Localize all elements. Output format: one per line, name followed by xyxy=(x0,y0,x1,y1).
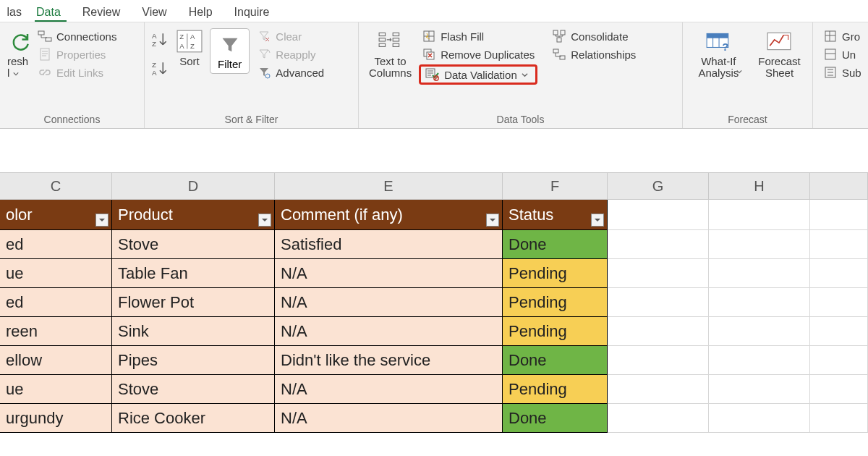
cell[interactable] xyxy=(608,259,709,287)
subtotal-button[interactable]: Sub xyxy=(820,64,864,80)
forecast-sheet-button[interactable]: Forecast Sheet xyxy=(755,27,803,80)
cell-color[interactable]: urgundy xyxy=(0,404,112,432)
tab-view[interactable]: View xyxy=(136,3,182,22)
cell-product[interactable]: Pipes xyxy=(112,346,275,374)
cell[interactable] xyxy=(810,230,868,258)
cell-status[interactable]: Pending xyxy=(503,259,608,287)
refresh-label-partial2: l xyxy=(7,67,9,79)
cell[interactable] xyxy=(709,317,810,345)
cell-comment[interactable]: N/A xyxy=(275,317,503,345)
cell[interactable] xyxy=(608,230,709,258)
edit-links-button[interactable]: Edit Links xyxy=(35,64,119,80)
cell-color[interactable]: ue xyxy=(0,259,112,287)
group-button[interactable]: Gro xyxy=(820,28,864,44)
cell[interactable] xyxy=(810,317,868,345)
forecast-sheet-icon xyxy=(766,28,792,54)
filter-dropdown-status[interactable] xyxy=(591,214,604,227)
table-header-row: olor Product Comment (if any) Status xyxy=(0,200,608,230)
cell[interactable] xyxy=(608,200,709,229)
cell-color[interactable]: ed xyxy=(0,230,112,258)
cell-status[interactable]: Pending xyxy=(503,317,608,345)
properties-button[interactable]: Properties xyxy=(35,46,119,62)
cell[interactable] xyxy=(810,288,868,316)
cell-product[interactable]: Sink xyxy=(112,317,275,345)
cell-status[interactable]: Done xyxy=(503,346,608,374)
tab-review[interactable]: Review xyxy=(77,3,136,22)
chevron-down-icon xyxy=(736,69,742,75)
col-header-f[interactable]: F xyxy=(503,173,608,199)
cell[interactable] xyxy=(810,259,868,287)
cell[interactable] xyxy=(608,346,709,374)
cell-product[interactable]: Rice Cooker xyxy=(112,404,275,432)
col-header-d[interactable]: D xyxy=(112,173,275,199)
connections-button[interactable]: Connections xyxy=(35,28,119,44)
cell-comment[interactable]: Satisfied xyxy=(275,230,503,258)
advanced-button[interactable]: Advanced xyxy=(254,64,327,80)
col-header-e[interactable]: E xyxy=(275,173,503,199)
cell[interactable] xyxy=(709,259,810,287)
sort-button[interactable]: ZAAZ Sort xyxy=(174,27,205,69)
cell-color[interactable]: ue xyxy=(0,375,112,403)
cell[interactable] xyxy=(709,346,810,374)
tab-formulas-partial[interactable]: las xyxy=(0,3,30,22)
refresh-all-button[interactable]: resh l xyxy=(7,27,30,80)
data-table: olor Product Comment (if any) Status edS… xyxy=(0,200,608,433)
sort-desc-button[interactable]: ZA xyxy=(152,60,169,79)
filter-dropdown-product[interactable] xyxy=(258,214,271,227)
reapply-button[interactable]: Reapply xyxy=(254,46,327,62)
cell[interactable] xyxy=(810,375,868,403)
cell[interactable] xyxy=(608,288,709,316)
header-status[interactable]: Status xyxy=(503,200,608,229)
whatif-analysis-button[interactable]: ? What-If Analysis xyxy=(692,27,745,76)
cell-color[interactable]: ellow xyxy=(0,346,112,374)
flash-fill-button[interactable]: Flash Fill xyxy=(419,28,537,44)
ungroup-button[interactable]: Un xyxy=(820,46,864,62)
col-header-c[interactable]: C xyxy=(0,173,112,199)
data-validation-button[interactable]: Data Validation xyxy=(424,68,529,81)
consolidate-button[interactable]: Consolidate xyxy=(549,28,639,44)
cell[interactable] xyxy=(810,404,868,432)
cell-status[interactable]: Done xyxy=(503,230,608,258)
relationships-button[interactable]: Relationships xyxy=(549,46,639,62)
cell-comment[interactable]: N/A xyxy=(275,375,503,403)
tab-data[interactable]: Data xyxy=(30,3,77,22)
cell[interactable] xyxy=(709,230,810,258)
cell[interactable] xyxy=(709,404,810,432)
cell-status[interactable]: Pending xyxy=(503,288,608,316)
filter-dropdown-comment[interactable] xyxy=(486,214,499,227)
cell-product[interactable]: Stove xyxy=(112,230,275,258)
cell-comment[interactable]: N/A xyxy=(275,404,503,432)
cell-comment[interactable]: N/A xyxy=(275,259,503,287)
cell[interactable] xyxy=(608,404,709,432)
cell-product[interactable]: Table Fan xyxy=(112,259,275,287)
cell[interactable] xyxy=(810,346,868,374)
cell[interactable] xyxy=(608,375,709,403)
cell[interactable] xyxy=(608,317,709,345)
clear-button[interactable]: Clear xyxy=(254,28,327,44)
cell[interactable] xyxy=(709,288,810,316)
cell[interactable] xyxy=(709,200,810,229)
tab-inquire[interactable]: Inquire xyxy=(229,3,286,22)
cell-status[interactable]: Pending xyxy=(503,375,608,403)
filter-dropdown-color[interactable] xyxy=(95,214,109,227)
header-color[interactable]: olor xyxy=(0,200,112,229)
text-to-columns-button[interactable]: Text to Columns xyxy=(366,27,414,80)
cell-comment[interactable]: Didn't like the service xyxy=(275,346,503,374)
filter-button[interactable]: Filter xyxy=(210,28,250,74)
cell[interactable] xyxy=(810,200,868,229)
tab-help[interactable]: Help xyxy=(183,3,229,22)
cell-status[interactable]: Done xyxy=(503,404,608,432)
col-header-h[interactable]: H xyxy=(709,173,810,199)
cell-color[interactable]: reen xyxy=(0,317,112,345)
cell-product[interactable]: Stove xyxy=(112,375,275,403)
cell[interactable] xyxy=(709,375,810,403)
header-comment[interactable]: Comment (if any) xyxy=(275,200,503,229)
sort-asc-button[interactable]: AZ xyxy=(152,31,169,50)
header-product[interactable]: Product xyxy=(112,200,275,229)
remove-duplicates-button[interactable]: Remove Duplicates xyxy=(419,46,537,62)
cell-product[interactable]: Flower Pot xyxy=(112,288,275,316)
cell-comment[interactable]: N/A xyxy=(275,288,503,316)
cell-color[interactable]: ed xyxy=(0,288,112,316)
col-header-g[interactable]: G xyxy=(608,173,709,199)
col-header-blank[interactable] xyxy=(810,173,868,199)
